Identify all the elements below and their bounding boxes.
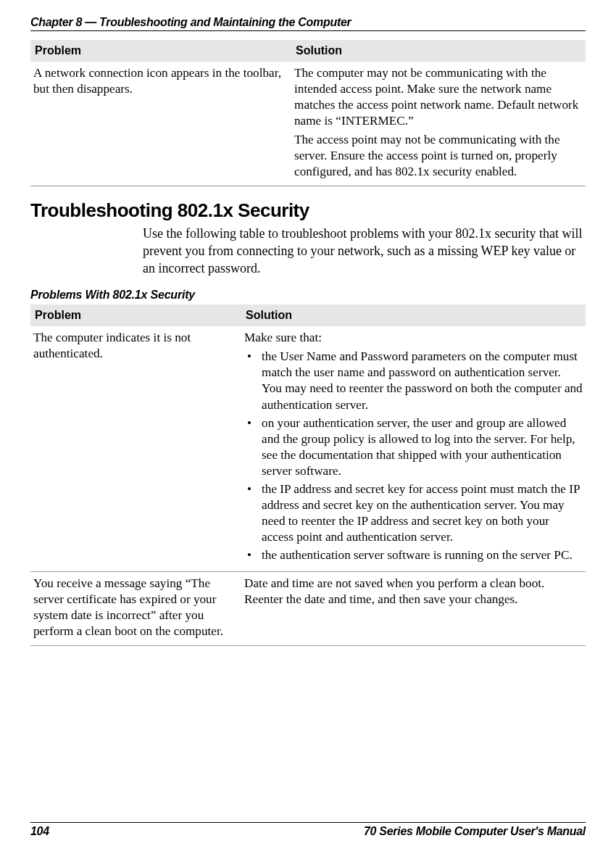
t2-r1-problem: The computer indicates it is not authent… xyxy=(30,326,241,571)
chapter-header: Chapter 8 — Troubleshooting and Maintain… xyxy=(30,16,586,31)
t2-r1-bullet-list: the User Name and Password parameters on… xyxy=(244,349,583,563)
manual-title: 70 Series Mobile Computer User's Manual xyxy=(364,825,586,838)
t2-r1-solution-lead: Make sure that: xyxy=(244,330,583,346)
t1-r1-solution-p1: The computer may not be communicating wi… xyxy=(294,65,583,129)
section-heading: Troubleshooting 802.1x Security xyxy=(30,199,586,222)
troubleshoot-table-1: Problem Solution A network connection ic… xyxy=(30,40,586,186)
table-row: The computer indicates it is not authent… xyxy=(30,326,586,571)
t2-header-problem: Problem xyxy=(30,304,241,326)
t2-r2-problem: You receive a message saying “The server… xyxy=(30,571,241,645)
t2-r2-solution: Date and time are not saved when you per… xyxy=(241,571,586,645)
table-row: A network connection icon appears in the… xyxy=(30,62,586,186)
t1-header-problem: Problem xyxy=(30,40,291,62)
t1-header-solution: Solution xyxy=(291,40,586,62)
page-number: 104 xyxy=(30,825,49,838)
t1-r1-solution-p2: The access point may not be communicatin… xyxy=(294,132,583,180)
list-item: the authentication server software is ru… xyxy=(244,547,583,563)
list-item: the User Name and Password parameters on… xyxy=(244,349,583,413)
table2-caption: Problems With 802.1x Security xyxy=(30,289,586,302)
t2-r1-solution: Make sure that: the User Name and Passwo… xyxy=(241,326,586,571)
t2-header-solution: Solution xyxy=(241,304,586,326)
list-item: the IP address and secret key for access… xyxy=(244,481,583,545)
page-footer: 104 70 Series Mobile Computer User's Man… xyxy=(30,822,586,838)
table-row: You receive a message saying “The server… xyxy=(30,571,586,645)
section-intro: Use the following table to troubleshoot … xyxy=(143,225,586,277)
t1-r1-problem: A network connection icon appears in the… xyxy=(30,62,291,186)
t1-r1-solution: The computer may not be communicating wi… xyxy=(291,62,586,186)
troubleshoot-table-2: Problem Solution The computer indicates … xyxy=(30,304,586,645)
list-item: on your authentication server, the user … xyxy=(244,415,583,479)
